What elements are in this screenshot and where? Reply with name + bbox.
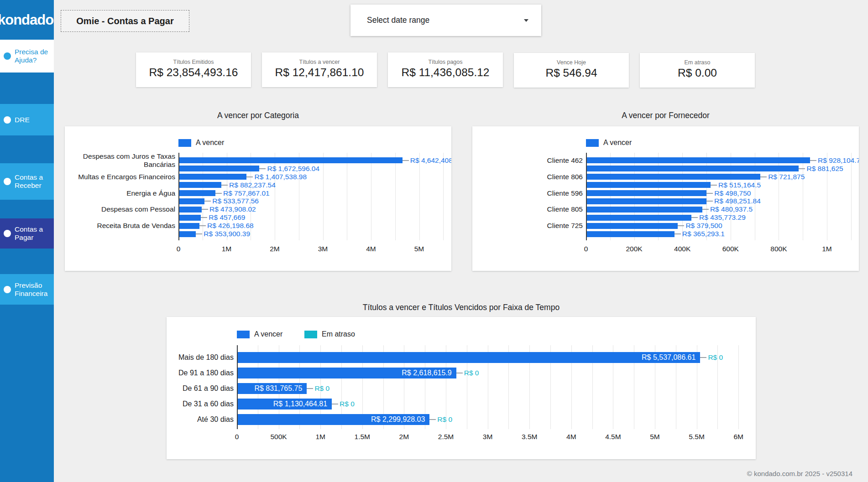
kpi-value: R$ 11,436,085.12 — [388, 66, 503, 79]
x-tick-label: 400K — [664, 245, 701, 253]
bar-value-label: R$ 882,237.54 — [229, 181, 276, 189]
value-connector-line — [332, 404, 338, 404]
category-label: Cliente 462 — [472, 156, 583, 165]
em-atraso-value-label: R$ 0 — [340, 400, 355, 408]
sidebar-item-previsao-financeira[interactable]: Previsão Financeira — [0, 274, 54, 305]
value-connector-line — [201, 217, 207, 218]
kpi-label: Vence Hoje — [514, 59, 629, 66]
kpi-value: R$ 546.94 — [514, 67, 629, 79]
value-connector-line — [429, 419, 436, 420]
bullet-dot-icon — [4, 52, 11, 60]
kpi-value: R$ 0.00 — [640, 67, 755, 79]
bullet-dot-icon — [4, 116, 11, 124]
fornecedor-chart-title: A vencer por Fornecedor — [472, 111, 859, 120]
em-atraso-value-label: R$ 0 — [708, 353, 723, 362]
value-connector-line — [259, 168, 266, 169]
x-tick-label: 0 — [160, 245, 197, 253]
bar-value-label: R$ 426,198.68 — [207, 222, 254, 230]
bar-value-label: R$ 1,407,538.98 — [254, 173, 307, 181]
kondado-logo[interactable]: kondado — [0, 0, 54, 40]
a-vencer-swatch-icon — [586, 139, 599, 147]
date-range-label: Select date range — [367, 16, 429, 25]
category-label: De 31 a 60 dias — [167, 400, 234, 408]
bar-value-label: R$ 457,669 — [209, 213, 245, 222]
fornecedor-legend[interactable]: A vencer — [586, 139, 632, 147]
bar-a-vencer[interactable] — [586, 223, 678, 229]
value-connector-line — [221, 185, 228, 186]
bar-a-vencer[interactable] — [179, 215, 201, 221]
kpi-card-titulos-emitidos: Títulos Emitidos R$ 23,854,493.16 — [136, 52, 251, 87]
fornecedor-chart: A vencer 0200K400K600K800K1MCliente 462R… — [472, 126, 859, 271]
bar-a-vencer[interactable] — [586, 207, 702, 212]
category-label: Cliente 806 — [472, 173, 583, 181]
sidebar-item-precisa-de-ajuda[interactable]: Precisa de Ajuda? — [0, 40, 54, 73]
category-label: Despesas com Pessoal — [65, 205, 175, 213]
x-tick-label: 3.5M — [511, 433, 548, 441]
bar-a-vencer[interactable] — [586, 190, 706, 196]
bar-a-vencer[interactable] — [179, 198, 204, 204]
value-connector-line — [691, 217, 698, 218]
kpi-card-titulos-a-vencer: Títulos a vencer R$ 12,417,861.10 — [262, 52, 377, 87]
x-tick-label: 4M — [353, 245, 389, 253]
bar-value-label: R$ 2,299,928.03 — [237, 415, 425, 424]
category-label: Multas e Encargos Financeiros — [65, 173, 175, 181]
bar-a-vencer[interactable] — [586, 166, 799, 171]
bar-a-vencer[interactable] — [179, 223, 199, 229]
kpi-label: Em atraso — [640, 59, 755, 66]
x-tick-label: 800K — [760, 245, 797, 253]
sidebar: kondado Precisa de Ajuda? DRE Contas a R… — [0, 0, 54, 482]
category-label: Cliente 725 — [472, 222, 583, 230]
bar-value-label: R$ 5,537,086.61 — [237, 353, 695, 362]
category-label: Receita Bruta de Vendas — [65, 222, 175, 230]
kpi-value: R$ 23,854,493.16 — [136, 66, 251, 79]
axis-zero-line — [586, 153, 587, 240]
bar-a-vencer[interactable] — [179, 182, 221, 188]
faixa-tempo-legend-em-atraso[interactable]: Em atraso — [304, 330, 355, 338]
sidebar-item-label: Previsão Financeira — [15, 281, 54, 298]
bar-a-vencer[interactable] — [179, 166, 259, 171]
sidebar-item-label: Contas a Receber — [15, 173, 54, 190]
x-tick-label: 2M — [256, 245, 293, 253]
bar-a-vencer[interactable] — [179, 231, 196, 237]
bar-value-label: R$ 1,130,464.81 — [237, 400, 327, 408]
em-atraso-value-label: R$ 0 — [464, 369, 479, 377]
category-label: Mais de 180 dias — [167, 353, 234, 362]
categoria-legend[interactable]: A vencer — [178, 139, 224, 147]
bar-a-vencer[interactable] — [586, 174, 760, 180]
bar-a-vencer[interactable] — [586, 231, 675, 237]
bar-value-label: R$ 831,765.75 — [237, 384, 302, 393]
value-connector-line — [678, 225, 684, 226]
kpi-label: Títulos a vencer — [262, 59, 377, 65]
x-tick-label: 0 — [219, 433, 255, 441]
gridline — [443, 153, 444, 240]
sidebar-item-contas-a-receber[interactable]: Contas a Receber — [0, 163, 54, 200]
gridline — [738, 345, 739, 429]
bar-a-vencer[interactable] — [179, 157, 403, 163]
category-label: De 91 a 180 dias — [167, 369, 234, 377]
x-tick-label: 5M — [637, 433, 673, 441]
bar-value-label: R$ 353,900.39 — [204, 230, 250, 238]
date-range-selector[interactable]: Select date range — [350, 5, 541, 36]
x-tick-label: 5.5M — [679, 433, 715, 441]
bar-value-label: R$ 480,937.5 — [710, 205, 753, 213]
bar-a-vencer[interactable] — [586, 157, 810, 163]
bar-a-vencer[interactable] — [586, 215, 691, 221]
sidebar-item-contas-a-pagar[interactable]: Contas a Pagar — [0, 218, 54, 249]
kpi-label: Títulos pagos — [388, 59, 503, 65]
x-tick-label: 5M — [401, 245, 438, 253]
gridline — [851, 153, 852, 240]
bar-a-vencer[interactable] — [586, 182, 711, 188]
bar-a-vencer[interactable] — [179, 174, 246, 180]
bar-a-vencer[interactable] — [586, 198, 706, 204]
bar-a-vencer[interactable] — [179, 207, 202, 212]
x-tick-label: 4.5M — [595, 433, 631, 441]
bar-a-vencer[interactable] — [179, 190, 215, 196]
bar-value-label: R$ 1,672,596.04 — [267, 165, 319, 173]
x-tick-label: 200K — [616, 245, 653, 253]
faixa-tempo-chart-title: Títulos a vencer e Títulos Vencidos por … — [167, 303, 756, 312]
bar-value-label: R$ 365,293.1 — [682, 230, 725, 238]
bar-value-label: R$ 881,625 — [806, 165, 843, 173]
sidebar-item-dre[interactable]: DRE — [0, 104, 54, 135]
faixa-tempo-legend-a-vencer[interactable]: A vencer — [237, 330, 282, 338]
category-label: Despesas com Juros e Taxas Bancárias — [65, 152, 175, 169]
